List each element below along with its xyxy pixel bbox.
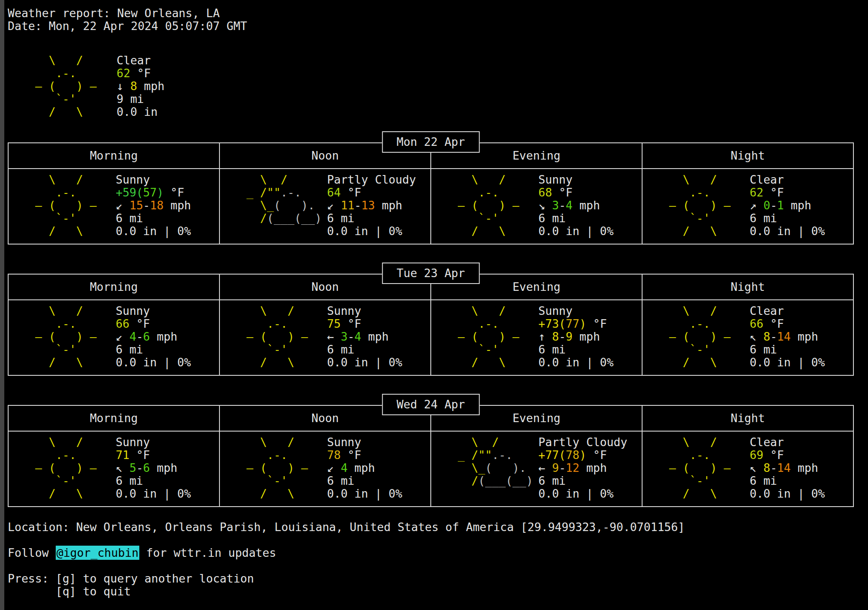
temperature-text: +73(77) °F <box>538 317 614 330</box>
hint-quit: [q] to quit <box>8 585 854 598</box>
cell-info: Sunny+73(77) °F↑ 8-9 mph6 mi0.0 in | 0% <box>538 305 614 369</box>
precipitation-text: 0.0 in | 0% <box>538 487 627 500</box>
precipitation-text: 0.0 in | 0% <box>750 356 825 369</box>
forecast-cell-morning: \ / .-. ― ( ) ― `-' / \ Sunny71 °F↖ 5-6 … <box>9 432 220 506</box>
temperature-text: 71 °F <box>116 449 191 462</box>
column-header-night: Night <box>643 143 853 168</box>
forecast-cell-evening: \ / _ /"".-. \_( ). /(___(__) Partly Clo… <box>431 432 643 506</box>
forecast-cell-noon: \ / .-. ― ( ) ― `-' / \ Sunny75 °F← 3-4 … <box>220 300 431 375</box>
forecast-cell-noon: \ / _ /"".-. \_( ). /(___(__) Partly Clo… <box>220 169 431 244</box>
forecast-cell-night: \ / .-. ― ( ) ― `-' / \ Clear69 °F↖ 8-14… <box>643 432 853 506</box>
forecast-day-table: Wed 24 Apr MorningNoonEveningNight \ / .… <box>8 405 854 507</box>
condition-text: Sunny <box>327 305 402 317</box>
wind-text: ↙ 11-13 mph <box>327 199 416 212</box>
sunny-art: \ / .-. ― ( ) ― `-' / \ <box>28 54 105 118</box>
temperature-text: 66 °F <box>116 317 191 330</box>
visibility-text: 6 mi <box>538 343 614 356</box>
keyboard-hints: Press: [g] to query another location [q]… <box>8 572 854 598</box>
wind-text: ↙ 4 mph <box>327 462 402 474</box>
wind-text: ← 3-4 mph <box>327 330 402 343</box>
location-line: Location: New Orleans, Orleans Parish, L… <box>8 521 854 534</box>
forecast-cells: \ / .-. ― ( ) ― `-' / \ Sunny71 °F↖ 5-6 … <box>9 432 853 506</box>
wind-text: ← 9-12 mph <box>538 462 627 474</box>
cell-info: Sunny71 °F↖ 5-6 mph6 mi0.0 in | 0% <box>116 436 191 500</box>
condition-text: Partly Cloudy <box>327 173 416 186</box>
condition-text: Sunny <box>538 305 614 317</box>
cell-info: Clear66 °F↖ 8-14 mph6 mi0.0 in | 0% <box>750 305 825 369</box>
current-conditions-info: Clear62 °F↓ 8 mph9 mi0.0 in <box>117 54 165 118</box>
sunny-art: \ / .-. ― ( ) ― `-' / \ <box>240 436 317 500</box>
visibility-text: 6 mi <box>116 474 191 487</box>
visibility-text: 6 mi <box>327 212 416 225</box>
temperature-text: 64 °F <box>327 186 416 199</box>
follow-line: Follow @igor_chubin for wttr.in updates <box>8 547 854 559</box>
condition-text: Partly Cloudy <box>538 436 627 449</box>
partly-cloudy-art: \ / _ /"".-. \_( ). /(___(__) <box>240 173 317 238</box>
follow-suffix: for wttr.in updates <box>139 546 276 559</box>
visibility-text: 6 mi <box>750 343 825 356</box>
wind-text: ↑ 8-9 mph <box>538 330 614 343</box>
cell-info: Sunny68 °F↘ 3-4 mph6 mi0.0 in | 0% <box>538 173 614 238</box>
column-header-morning: Morning <box>9 406 220 431</box>
condition-text: Sunny <box>327 436 402 449</box>
cell-info: Clear62 °F↗ 0-1 mph6 mi0.0 in | 0% <box>750 173 825 238</box>
precipitation-text: 0.0 in | 0% <box>750 225 825 238</box>
wind-text: ↘ 3-4 mph <box>538 199 614 212</box>
wind-text: ↖ 8-14 mph <box>750 330 825 343</box>
wind-text: ↙ 4-6 mph <box>116 330 191 343</box>
forecast-cells: \ / .-. ― ( ) ― `-' / \ Sunny66 °F↙ 4-6 … <box>9 300 853 375</box>
forecast-cell-night: \ / .-. ― ( ) ― `-' / \ Clear62 °F↗ 0-1 … <box>643 169 853 244</box>
forecast-tables: Mon 22 Apr MorningNoonEveningNight \ / .… <box>8 142 854 507</box>
precipitation-text: 0.0 in | 0% <box>327 356 402 369</box>
column-header-morning: Morning <box>9 275 220 299</box>
cell-info: Sunny+59(57) °F↙ 15-18 mph6 mi0.0 in | 0… <box>116 173 191 238</box>
visibility-text: 6 mi <box>538 474 627 487</box>
visibility-text: 6 mi <box>327 474 402 487</box>
condition-text: Sunny <box>116 173 191 186</box>
condition-text: Clear <box>750 436 825 449</box>
sunny-art: \ / .-. ― ( ) ― `-' / \ <box>451 305 528 369</box>
temperature-text: 75 °F <box>327 317 402 330</box>
visibility-text: 6 mi <box>327 343 402 356</box>
column-header-night: Night <box>643 406 853 431</box>
temperature-text: 68 °F <box>538 186 614 199</box>
condition-text: Clear <box>750 305 825 317</box>
wind-text: ↙ 15-18 mph <box>116 199 191 212</box>
forecast-cell-noon: \ / .-. ― ( ) ― `-' / \ Sunny78 °F↙ 4 mp… <box>220 432 431 506</box>
cell-info: Clear69 °F↖ 8-14 mph6 mi0.0 in | 0% <box>750 436 825 500</box>
condition-text: Clear <box>750 173 825 186</box>
forecast-cell-night: \ / .-. ― ( ) ― `-' / \ Clear66 °F↖ 8-14… <box>643 300 853 375</box>
forecast-cell-evening: \ / .-. ― ( ) ― `-' / \ Sunny+73(77) °F↑… <box>431 300 643 375</box>
precipitation-text: 0.0 in | 0% <box>327 225 416 238</box>
cell-info: Partly Cloudy64 °F↙ 11-13 mph6 mi0.0 in … <box>327 173 416 238</box>
visibility-text: 6 mi <box>116 212 191 225</box>
terminal-left-border <box>0 0 4 610</box>
day-label: Tue 23 Apr <box>382 263 480 284</box>
day-label: Wed 24 Apr <box>382 394 480 415</box>
condition-text: Sunny <box>116 305 191 317</box>
report-date: Date: Mon, 22 Apr 2024 05:07:07 GMT <box>8 20 854 33</box>
visibility-text: 6 mi <box>750 474 825 487</box>
forecast-cell-evening: \ / .-. ― ( ) ― `-' / \ Sunny68 °F↘ 3-4 … <box>431 169 643 244</box>
wind-text: ↗ 0-1 mph <box>750 199 825 212</box>
sunny-art: \ / .-. ― ( ) ― `-' / \ <box>662 305 739 369</box>
visibility-text: 6 mi <box>538 212 614 225</box>
terminal-content: Weather report: New Orleans, LA Date: Mo… <box>8 7 854 598</box>
temperature-text: 62 °F <box>750 186 825 199</box>
forecast-cell-morning: \ / .-. ― ( ) ― `-' / \ Sunny66 °F↙ 4-6 … <box>9 300 220 375</box>
precipitation-text: 0.0 in | 0% <box>327 487 402 500</box>
forecast-cell-morning: \ / .-. ― ( ) ― `-' / \ Sunny+59(57) °F↙… <box>9 169 220 244</box>
sunny-art: \ / .-. ― ( ) ― `-' / \ <box>451 173 528 238</box>
day-label: Mon 22 Apr <box>382 131 480 153</box>
visibility-text: 6 mi <box>116 343 191 356</box>
precipitation-text: 0.0 in | 0% <box>116 225 191 238</box>
sunny-art: \ / .-. ― ( ) ― `-' / \ <box>28 173 105 238</box>
precipitation-text: 0.0 in | 0% <box>538 225 614 238</box>
wind-text: ↖ 8-14 mph <box>750 462 825 474</box>
twitter-handle-link[interactable]: @igor_chubin <box>56 546 139 560</box>
sunny-art: \ / .-. ― ( ) ― `-' / \ <box>28 305 105 369</box>
precipitation-text: 0.0 in | 0% <box>116 487 191 500</box>
cell-info: Sunny75 °F← 3-4 mph6 mi0.0 in | 0% <box>327 305 402 369</box>
temperature-text: 66 °F <box>750 317 825 330</box>
precipitation-text: 0.0 in | 0% <box>750 487 825 500</box>
